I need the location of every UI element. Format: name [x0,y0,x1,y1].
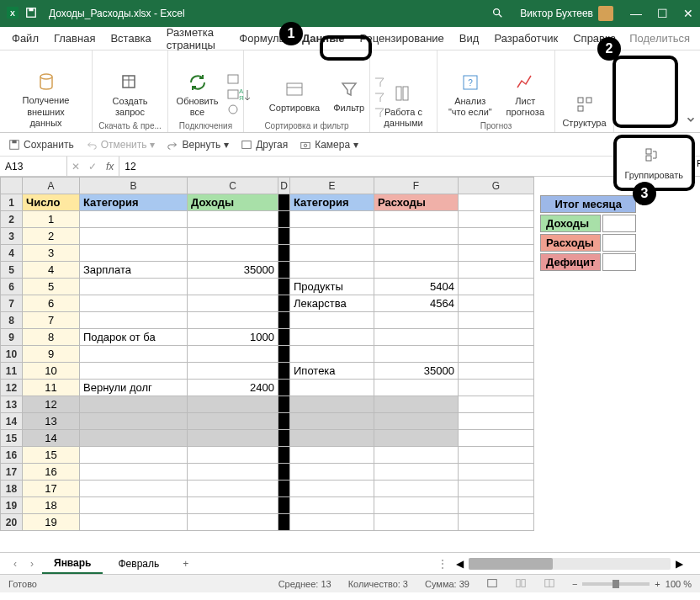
cell[interactable]: 14 [23,430,80,447]
spreadsheet-grid[interactable]: A B C D E F G 1 Число Категория Доходы К… [0,177,534,531]
cell[interactable] [278,211,290,228]
cell[interactable]: Ипотека [290,363,374,380]
col-A[interactable]: A [23,178,80,194]
row-18[interactable]: 18 [1,481,23,497]
cell[interactable] [459,413,534,430]
cell[interactable] [80,228,188,245]
cell[interactable] [188,481,278,497]
cell[interactable] [278,413,290,430]
cell[interactable] [459,514,534,531]
cell[interactable] [374,481,459,497]
row-15[interactable]: 15 [1,430,23,447]
cell[interactable]: 19 [23,514,80,531]
view-pagebreak-icon[interactable] [544,577,555,591]
cell[interactable] [459,312,534,329]
cell[interactable] [278,481,290,497]
cell[interactable] [188,396,278,413]
cell[interactable] [188,312,278,329]
cell[interactable] [188,514,278,531]
cell[interactable]: Лекарства [290,295,374,312]
cell[interactable]: 2 [23,228,80,245]
camera-button[interactable]: Камера ▾ [300,139,358,151]
cell[interactable] [459,194,534,211]
cell[interactable] [278,447,290,464]
zoom-slider[interactable] [582,582,650,586]
cell[interactable] [278,329,290,346]
cell[interactable]: 4 [23,262,80,279]
cell[interactable]: 9 [23,346,80,363]
cell[interactable] [80,497,188,514]
tab-home[interactable]: Главная [52,29,97,48]
cell[interactable] [374,346,459,363]
cell[interactable] [80,363,188,380]
cell[interactable] [188,211,278,228]
cell[interactable]: Зарплата [80,262,188,279]
row-16[interactable]: 16 [1,447,23,464]
cell[interactable] [278,295,290,312]
cell[interactable] [374,329,459,346]
filter-button[interactable]: Фильтр [328,72,369,119]
maximize-button[interactable]: ☐ [657,7,668,20]
cell[interactable] [290,262,374,279]
cell[interactable] [374,211,459,228]
cell[interactable] [374,262,459,279]
cell[interactable] [374,312,459,329]
cell[interactable]: 3 [23,245,80,262]
cell[interactable]: 18 [23,497,80,514]
name-box[interactable]: A13 [0,157,67,176]
cell[interactable] [278,346,290,363]
cell[interactable]: Подарок от ба [80,329,188,346]
zoom-out-icon[interactable]: − [572,579,577,589]
sort-az-button[interactable]: AЯ [227,72,261,119]
cell[interactable]: Число [23,194,80,211]
data-tools-button[interactable]: Работа с данными [375,80,432,130]
cell[interactable] [374,447,459,464]
cell[interactable] [290,329,374,346]
cell[interactable] [278,245,290,262]
cell[interactable] [459,447,534,464]
cell[interactable] [278,194,290,211]
cell[interactable] [290,346,374,363]
group-button[interactable]: Группировать [620,143,689,183]
cell[interactable]: 1 [23,211,80,228]
cell[interactable] [290,211,374,228]
cell[interactable] [278,464,290,481]
cell[interactable] [459,481,534,497]
cell[interactable]: 15 [23,447,80,464]
horizontal-scrollbar[interactable] [469,558,671,570]
sheet-tab-jan[interactable]: Январь [42,554,103,574]
row-11[interactable]: 11 [1,363,23,380]
cell[interactable] [278,514,290,531]
cell[interactable] [278,312,290,329]
cell[interactable] [374,464,459,481]
cell[interactable]: 7 [23,312,80,329]
row-20[interactable]: 20 [1,514,23,531]
collapse-ribbon-icon[interactable] [685,114,697,129]
cell[interactable]: 17 [23,481,80,497]
row-5[interactable]: 5 [1,262,23,279]
row-3[interactable]: 3 [1,228,23,245]
cell[interactable] [459,228,534,245]
cell[interactable] [278,430,290,447]
cell[interactable] [188,245,278,262]
cell[interactable] [290,396,374,413]
cell[interactable] [290,228,374,245]
scroll-left-icon[interactable]: ◀ [456,558,464,570]
cell[interactable] [459,497,534,514]
cell[interactable] [278,363,290,380]
cell[interactable] [290,481,374,497]
row-13[interactable]: 13 [1,396,23,413]
cell[interactable]: 2400 [188,380,278,396]
cell[interactable] [278,279,290,295]
cell[interactable] [80,447,188,464]
cell[interactable] [278,497,290,514]
cell[interactable]: 16 [23,464,80,481]
cell[interactable]: Продукты [290,279,374,295]
cell[interactable]: 5404 [374,279,459,295]
row-8[interactable]: 8 [1,312,23,329]
cell[interactable] [188,464,278,481]
row-17[interactable]: 17 [1,464,23,481]
cell[interactable] [459,245,534,262]
cell[interactable] [278,380,290,396]
cell[interactable] [80,245,188,262]
